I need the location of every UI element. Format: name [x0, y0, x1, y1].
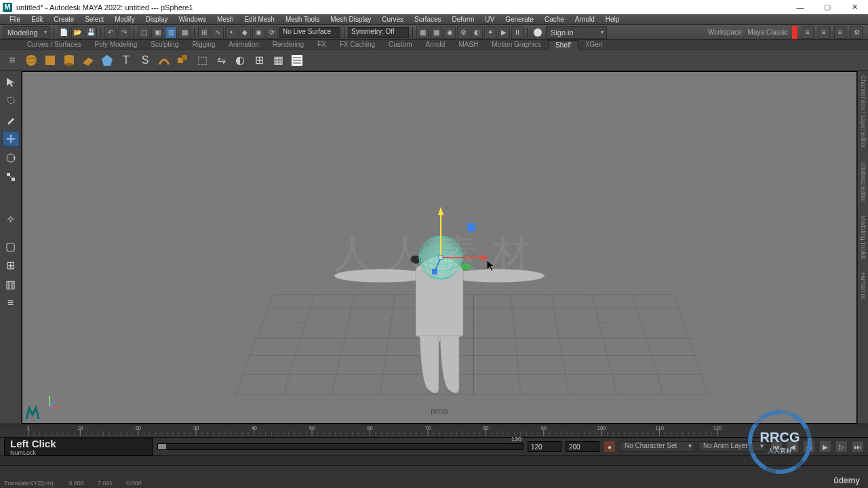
- separate-icon[interactable]: ⬚: [194, 52, 210, 68]
- shelf-tab-arnold[interactable]: Arnold: [418, 40, 452, 49]
- smooth-icon[interactable]: ◐: [232, 52, 248, 68]
- rail-attribute-editor[interactable]: Attribute Editor: [860, 162, 867, 203]
- select-object-button[interactable]: ▢: [138, 26, 150, 39]
- time-slider[interactable]: 1102030405060708090100110120: [0, 424, 868, 437]
- sidebar-toggle-2[interactable]: ≡: [818, 26, 830, 39]
- playback-play-button[interactable]: ▶: [819, 441, 831, 453]
- poly-platonic-icon[interactable]: [99, 52, 115, 68]
- workspace-value[interactable]: Maya Classic: [748, 28, 788, 36]
- four-pane-layout[interactable]: ⊞: [2, 257, 20, 273]
- undo-button[interactable]: ↶: [104, 26, 117, 39]
- rotate-tool[interactable]: [2, 150, 20, 166]
- playback-step-back-button[interactable]: ◀: [787, 441, 799, 453]
- signin-combo[interactable]: Sign in: [546, 26, 607, 39]
- hypershade-button[interactable]: ◐: [471, 26, 483, 39]
- window-close-button[interactable]: ✕: [841, 0, 868, 14]
- menu-edit-mesh[interactable]: Edit Mesh: [239, 15, 279, 24]
- module-combo[interactable]: Modeling: [3, 26, 50, 39]
- select-hierarchy-button[interactable]: ▣: [151, 26, 163, 39]
- save-scene-button[interactable]: 💾: [85, 26, 97, 39]
- menu-create[interactable]: Create: [48, 15, 79, 24]
- paint-select-tool[interactable]: [2, 112, 20, 128]
- menu-arnold[interactable]: Arnold: [570, 15, 600, 24]
- playback-step-fwd-button[interactable]: ▷: [835, 441, 848, 453]
- window-maximize-button[interactable]: ▢: [814, 0, 841, 14]
- open-scene-button[interactable]: 📂: [71, 26, 83, 39]
- rail-channel-box[interactable]: Channel Box / Layer Editor: [860, 75, 867, 148]
- rail-modeling-toolkit[interactable]: Modeling Toolkit: [860, 216, 867, 259]
- notification-flag-icon[interactable]: [792, 26, 797, 39]
- character-set-combo[interactable]: No Character Set: [620, 441, 694, 452]
- playblast-button[interactable]: ▶: [498, 26, 510, 39]
- svg-import-icon[interactable]: S: [137, 52, 153, 68]
- sidebar-toggle-3[interactable]: ≡: [834, 26, 846, 39]
- poly-sphere-icon[interactable]: [23, 52, 39, 68]
- redo-button[interactable]: ↷: [118, 26, 130, 39]
- live-surface-field[interactable]: No Live Surface: [279, 27, 340, 38]
- history-icon[interactable]: [289, 52, 305, 68]
- snap-curve-button[interactable]: ∿: [212, 26, 224, 39]
- anim-layer-combo[interactable]: No Anim Layer: [698, 441, 766, 452]
- poly-plane-icon[interactable]: [80, 52, 96, 68]
- symmetry-combo[interactable]: Symmetry: Off: [348, 27, 409, 38]
- poly-type-icon[interactable]: T: [118, 52, 134, 68]
- single-pane-layout[interactable]: ▢: [2, 238, 20, 254]
- snap-point-button[interactable]: •: [225, 26, 237, 39]
- light-editor-button[interactable]: ✦: [484, 26, 496, 39]
- poly-cube-icon[interactable]: [42, 52, 58, 68]
- anim-end-input[interactable]: [566, 441, 599, 452]
- snap-live-button[interactable]: ◉: [252, 26, 264, 39]
- menu-curves[interactable]: Curves: [376, 15, 409, 24]
- ipr-render-button[interactable]: ◉: [443, 26, 456, 39]
- shelf-tab-custom[interactable]: Custom: [382, 40, 418, 49]
- menu-mesh-tools[interactable]: Mesh Tools: [280, 15, 325, 24]
- sidebar-toggle-1[interactable]: ≡: [802, 26, 814, 39]
- rail-human-ik[interactable]: Human IK: [860, 272, 867, 300]
- outliner-toggle[interactable]: ≡: [2, 295, 20, 311]
- new-scene-button[interactable]: 📄: [58, 26, 70, 39]
- menu-windows[interactable]: Windows: [173, 15, 212, 24]
- menu-edit[interactable]: Edit: [26, 15, 48, 24]
- shelf-tab-fx[interactable]: FX: [311, 40, 333, 49]
- sweep-mesh-icon[interactable]: [156, 52, 172, 68]
- lasso-tool[interactable]: [2, 93, 20, 109]
- menu-uv[interactable]: UV: [479, 15, 500, 24]
- menu-display[interactable]: Display: [140, 15, 174, 24]
- snap-plane-button[interactable]: ◆: [239, 26, 251, 39]
- menu-mesh[interactable]: Mesh: [212, 15, 239, 24]
- shelf-tab-sculpting[interactable]: Sculpting: [144, 40, 185, 49]
- last-tool[interactable]: ✧: [2, 211, 20, 227]
- window-minimize-button[interactable]: —: [787, 0, 814, 14]
- mirror-icon[interactable]: ⇋: [213, 52, 229, 68]
- playback-go-start-button[interactable]: ⏮: [770, 441, 783, 453]
- make-live-button[interactable]: ⟳: [266, 26, 278, 39]
- scale-tool[interactable]: [2, 169, 20, 185]
- shelf-tab-rigging[interactable]: Rigging: [185, 40, 222, 49]
- playback-play-back-button[interactable]: ◁: [803, 441, 815, 453]
- select-component-button[interactable]: ▥: [165, 26, 177, 39]
- select-multi-button[interactable]: ▦: [178, 26, 191, 39]
- shelf-menu-icon[interactable]: ≡: [4, 52, 20, 68]
- shelf-tab-animation[interactable]: Animation: [222, 40, 265, 49]
- panel-pause-button[interactable]: ⏸: [511, 26, 524, 39]
- shelf-tab-rendering[interactable]: Rendering: [266, 40, 311, 49]
- snap-grid-button[interactable]: ⊞: [198, 26, 210, 39]
- render-settings-button[interactable]: ⚙: [457, 26, 469, 39]
- two-pane-layout[interactable]: ▥: [2, 276, 20, 292]
- shelf-tab-xgen[interactable]: XGen: [578, 40, 610, 49]
- menu-surfaces[interactable]: Surfaces: [409, 15, 446, 24]
- shelf-tab-mash[interactable]: MASH: [452, 40, 485, 49]
- menu-help[interactable]: Help: [600, 15, 625, 24]
- select-tool[interactable]: [2, 74, 20, 90]
- quad-draw-icon[interactable]: ▦: [270, 52, 286, 68]
- menu-mesh-display[interactable]: Mesh Display: [325, 15, 376, 24]
- playback-go-end-button[interactable]: ⏭: [852, 441, 864, 453]
- shelf-tab-polymodeling[interactable]: Poly Modeling: [87, 40, 144, 49]
- render-frame-button[interactable]: ▦: [430, 26, 442, 39]
- viewport[interactable]: persp 人人素材: [22, 71, 857, 424]
- command-line[interactable]: [0, 455, 868, 465]
- shelf-tab-curves[interactable]: Curves / Surfaces: [20, 40, 87, 49]
- shelf-tab-fxcaching[interactable]: FX Caching: [333, 40, 382, 49]
- menu-cache[interactable]: Cache: [539, 15, 570, 24]
- render-view-button[interactable]: ▦: [416, 26, 429, 39]
